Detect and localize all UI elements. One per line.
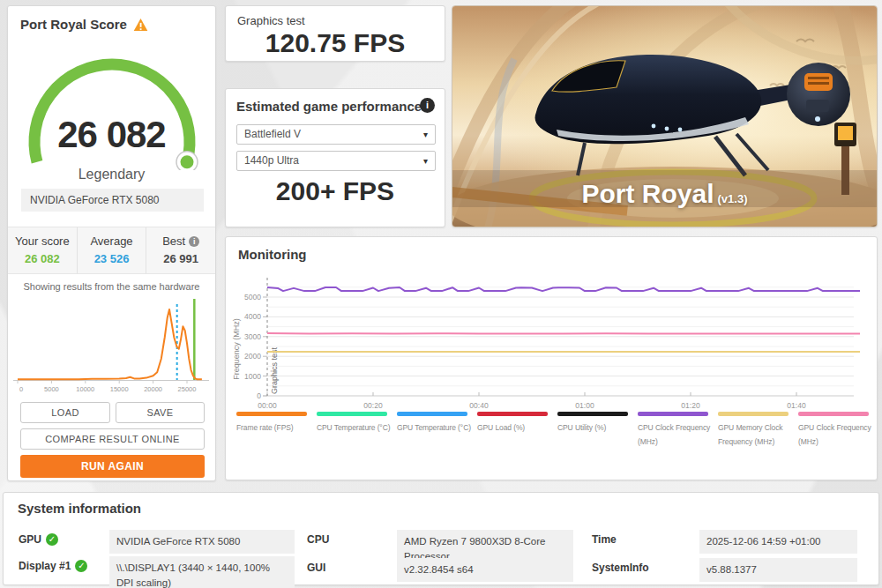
system-information-card: System information GPU ✓ NVIDIA GeForce … xyxy=(3,492,879,585)
gpu-label-text: GPU xyxy=(19,533,41,546)
score-value: 26 082 xyxy=(8,114,215,156)
legend-swatch xyxy=(557,412,628,416)
gpu-label: GPU ✓ xyxy=(19,533,58,546)
monitoring-card: Monitoring Frequency (MHz) 0100020003000… xyxy=(225,236,878,480)
hero-title-row: Port Royal(v1.3) xyxy=(452,179,877,209)
display-value: \\.\DISPLAY1 (3440 × 1440, 100% DPI scal… xyxy=(109,556,295,588)
average-score-column: Average 23 526 xyxy=(77,227,146,273)
benchmark-hero-image: Port Royal(v1.3) xyxy=(452,5,878,227)
caret-down-icon: ▾ xyxy=(423,152,428,170)
legend-label: GPU Memory Clock Frequency (MHz) xyxy=(718,421,796,449)
legend-item[interactable]: GPU Load (%) xyxy=(477,412,555,449)
graphics-test-fps: 120.75 FPS xyxy=(226,28,445,58)
best-score-value: 26 991 xyxy=(146,252,215,265)
game-select[interactable]: Battlefield V ▾ xyxy=(236,124,436,145)
y-tick-label: 2000 xyxy=(244,352,261,361)
caret-down-icon: ▾ xyxy=(423,125,428,144)
your-score-value: 26 082 xyxy=(8,252,77,265)
gui-value: v2.32.8454 s64 xyxy=(397,558,573,582)
x-tick-label: 01:20 xyxy=(681,401,700,410)
graphics-test-label: Graphics test xyxy=(237,14,305,27)
legend-swatch xyxy=(477,412,548,416)
monitoring-title: Monitoring xyxy=(238,247,306,262)
systeminfo-label-text: SystemInfo xyxy=(592,562,649,574)
gpu-value: NVIDIA GeForce RTX 5080 xyxy=(109,530,295,554)
y-tick-label: 3000 xyxy=(244,332,261,341)
histogram-caption: Showing results from the same hardware xyxy=(8,281,215,292)
legend-item[interactable]: Frame rate (FPS) xyxy=(236,412,314,449)
x-tick-label: 5000 xyxy=(44,385,59,393)
estimated-performance-title: Estimated game performance xyxy=(236,99,422,114)
legend-swatch xyxy=(718,412,789,416)
benchmark-version: (v1.3) xyxy=(718,192,748,205)
distribution-curve xyxy=(18,309,202,379)
legend-swatch xyxy=(798,412,869,416)
legend-label: Frame rate (FPS) xyxy=(236,421,314,435)
load-button[interactable]: LOAD xyxy=(20,402,110,423)
legend-label: CPU Temperature (°C) xyxy=(317,421,394,435)
run-again-button[interactable]: RUN AGAIN xyxy=(20,455,205,478)
your-score-column: Your score 26 082 xyxy=(8,227,77,273)
system-info-title: System information xyxy=(18,501,141,516)
estimated-fps: 200+ FPS xyxy=(226,176,445,206)
systeminfo-value: v5.88.1377 xyxy=(699,558,857,582)
legend-item[interactable]: GPU Memory Clock Frequency (MHz) xyxy=(718,412,796,449)
legend-item[interactable]: CPU Temperature (°C) xyxy=(317,412,394,449)
quality-preset-value: 1440p Ultra xyxy=(244,154,299,167)
best-score-label-text: Best xyxy=(162,234,185,248)
legend-swatch xyxy=(236,412,307,416)
compare-result-online-button[interactable]: COMPARE RESULT ONLINE xyxy=(20,428,205,450)
average-score-value: 23 526 xyxy=(78,252,146,265)
time-value: 2025-12-06 14:59 +01:00 xyxy=(699,530,857,554)
score-distribution-chart: 0500010000150002000025000 xyxy=(8,294,217,398)
systeminfo-label: SystemInfo xyxy=(592,562,649,574)
check-icon: ✓ xyxy=(75,560,87,572)
legend-item[interactable]: GPU Clock Frequency (MHz) xyxy=(798,412,876,449)
legend-swatch xyxy=(317,412,387,416)
warning-icon[interactable] xyxy=(133,18,148,32)
display-label-text: Display #1 xyxy=(19,560,71,572)
best-score-label: Best i xyxy=(146,234,215,248)
estimated-game-performance-card: Estimated game performance i Battlefield… xyxy=(225,88,445,227)
x-tick-label: 01:40 xyxy=(787,401,806,410)
legend-swatch xyxy=(638,412,708,416)
gui-label: GUI xyxy=(307,562,325,574)
legend-label: GPU Load (%) xyxy=(477,421,555,435)
info-icon[interactable]: i xyxy=(420,98,435,113)
save-button[interactable]: SAVE xyxy=(116,402,205,423)
best-score-column: Best i 26 991 xyxy=(146,227,215,273)
time-label: Time xyxy=(592,533,617,546)
series-line xyxy=(267,287,860,291)
score-card: Port Royal Score 26 082 Legendary NVIDIA… xyxy=(7,5,216,481)
best-info-icon[interactable]: i xyxy=(189,236,199,247)
monitoring-legend: Frame rate (FPS)CPU Temperature (°C)GPU … xyxy=(236,412,878,449)
legend-item[interactable]: CPU Utility (%) xyxy=(557,412,635,449)
x-tick-label: 00:00 xyxy=(258,401,277,410)
display-label: Display #1 ✓ xyxy=(19,560,87,572)
legend-label: CPU Utility (%) xyxy=(557,421,635,435)
score-compare-strip: Your score 26 082 Average 23 526 Best i … xyxy=(8,227,215,274)
y-tick-label: 1000 xyxy=(244,372,261,381)
y-tick-label: 4000 xyxy=(244,312,261,321)
score-card-title: Port Royal Score xyxy=(20,17,127,32)
y-tick-label: 5000 xyxy=(244,293,261,301)
legend-item[interactable]: GPU Temperature (°C) xyxy=(397,412,475,449)
graphics-test-card: Graphics test 120.75 FPS xyxy=(225,5,445,62)
legend-label: GPU Temperature (°C) xyxy=(397,421,475,435)
check-icon: ✓ xyxy=(46,533,58,546)
benchmark-result-page: { "icons": { "warning": "warning-triangl… xyxy=(0,0,882,588)
average-score-label: Average xyxy=(78,234,146,248)
legend-item[interactable]: CPU Clock Frequency (MHz) xyxy=(638,412,715,449)
quality-preset-select[interactable]: 1440p Ultra ▾ xyxy=(236,151,436,171)
x-tick-label: 25000 xyxy=(178,385,197,393)
cpu-label: CPU xyxy=(307,533,329,546)
legend-label: GPU Clock Frequency (MHz) xyxy=(798,421,876,449)
score-grade: Legendary xyxy=(8,167,215,182)
cpu-label-text: CPU xyxy=(307,533,329,546)
x-tick-label: 0 xyxy=(19,385,23,393)
y-axis-label: Frequency (MHz) xyxy=(232,287,241,411)
x-tick-label: 20000 xyxy=(144,385,162,393)
x-tick-label: 00:20 xyxy=(363,401,383,410)
x-tick-label: 15000 xyxy=(110,385,129,393)
your-score-label: Your score xyxy=(8,234,77,248)
